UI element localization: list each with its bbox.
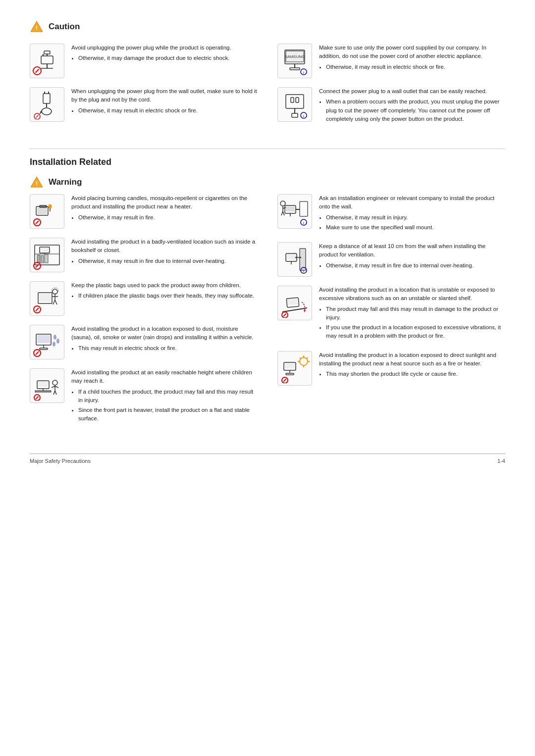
footer-left: Major Safety Precautions — [30, 458, 91, 464]
svg-rect-22 — [290, 68, 300, 70]
svg-rect-49 — [45, 254, 48, 263]
svg-marker-107 — [304, 310, 306, 312]
svg-text:i: i — [303, 70, 304, 75]
svg-text:i: i — [303, 221, 304, 225]
svg-line-91 — [281, 211, 283, 215]
svg-line-61 — [36, 308, 39, 311]
warning-text-4: Avoid installing the product in a locati… — [71, 325, 258, 354]
warning-text-r2: Keep a distance of at least 10 cm from t… — [319, 242, 505, 271]
svg-line-109 — [284, 314, 286, 316]
warning-icon: ! — [30, 175, 44, 189]
svg-line-18 — [36, 115, 39, 118]
warning-item-r4: Avoid installing the product in a locati… — [277, 351, 505, 386]
caution-icon-1 — [30, 44, 64, 78]
svg-point-75 — [53, 380, 57, 385]
warning-header: ! Warning — [30, 175, 505, 189]
svg-point-68 — [53, 342, 55, 347]
svg-line-77 — [52, 386, 55, 388]
caution-icon-4: i — [277, 87, 312, 122]
caution-section: ! Caution — [30, 20, 505, 134]
warning-right-col: i Ask an installation engineer or releva… — [277, 194, 505, 434]
footer-right: 1-4 — [497, 458, 505, 464]
warning-item-1: Avoid placing burning candles, mosquito-… — [30, 194, 258, 229]
warning-icon-4 — [30, 325, 64, 359]
caution-right-col: SAMSUNG i Make sure to use only the powe… — [277, 44, 505, 134]
warning-icon-3 — [30, 281, 64, 316]
caution-left-col: Avoid unplugging the power plug while th… — [30, 44, 258, 134]
svg-line-104 — [282, 308, 307, 312]
warning-item-5: Avoid installing the product at an easil… — [30, 368, 258, 425]
svg-point-14 — [42, 108, 52, 115]
svg-line-79 — [54, 391, 55, 395]
warning-icon-r4 — [277, 351, 312, 386]
svg-rect-2 — [41, 56, 53, 64]
warning-text-1: Avoid placing burning candles, mosquito-… — [71, 194, 258, 223]
svg-point-67 — [56, 339, 59, 344]
svg-text:!: ! — [36, 24, 38, 32]
svg-rect-53 — [39, 294, 51, 302]
svg-text:SAMSUNG: SAMSUNG — [285, 54, 305, 59]
warning-text-5: Avoid installing the product at an easil… — [71, 368, 258, 425]
caution-item-4: i Connect the power plug to a wall outle… — [277, 87, 505, 125]
svg-rect-28 — [296, 98, 299, 102]
svg-text:!: ! — [36, 180, 38, 187]
svg-point-114 — [300, 357, 308, 365]
warning-icon-1 — [30, 194, 64, 229]
svg-line-92 — [283, 211, 284, 215]
caution-columns: Avoid unplugging the power plug while th… — [30, 44, 505, 134]
svg-rect-10 — [43, 94, 50, 103]
page-footer: Major Safety Precautions 1-4 — [30, 454, 505, 464]
svg-rect-47 — [37, 255, 40, 263]
svg-line-58 — [55, 300, 57, 304]
svg-rect-113 — [286, 373, 294, 375]
svg-line-90 — [283, 207, 286, 208]
svg-rect-5 — [44, 51, 50, 54]
warning-item-2: Avoid installing the product in a badly-… — [30, 238, 258, 272]
svg-rect-36 — [37, 207, 47, 214]
svg-line-119 — [300, 357, 301, 358]
warning-icon-2 — [30, 238, 64, 272]
warning-item-4: Avoid installing the product in a locati… — [30, 325, 258, 359]
svg-rect-106 — [288, 299, 298, 305]
section-divider — [30, 149, 505, 149]
svg-rect-85 — [286, 206, 295, 211]
warning-item-r1: i Ask an installation engineer or releva… — [277, 194, 505, 233]
warning-item-r2: i Keep a distance of at least 10 cm from… — [277, 242, 505, 277]
svg-rect-65 — [40, 348, 48, 350]
warning-columns: Avoid placing burning candles, mosquito-… — [30, 194, 505, 434]
caution-header: ! Caution — [30, 20, 505, 34]
warning-icon-r2: i — [277, 242, 312, 277]
svg-rect-74 — [35, 391, 51, 392]
warning-text-r1: Ask an installation engineer or relevant… — [319, 194, 505, 233]
warning-item-3: Keep the plastic bags used to pack the p… — [30, 281, 258, 316]
svg-rect-48 — [41, 255, 44, 263]
caution-icon-2 — [30, 87, 64, 122]
warning-icon-5 — [30, 368, 64, 403]
svg-rect-97 — [287, 254, 296, 259]
svg-text:i: i — [303, 114, 304, 118]
warning-item-r3: Avoid installing the product in a locati… — [277, 286, 505, 342]
warning-text-r4: Avoid installing the product in a locati… — [319, 351, 505, 380]
svg-rect-83 — [300, 202, 308, 216]
installation-title: Installation Related — [30, 157, 505, 167]
svg-line-80 — [55, 391, 56, 395]
warning-text-r3: Avoid installing the product in a locati… — [319, 286, 505, 342]
svg-line-9 — [36, 69, 39, 73]
svg-line-122 — [284, 379, 286, 381]
warning-left-col: Avoid placing burning candles, mosquito-… — [30, 194, 258, 434]
caution-icon-3: SAMSUNG i — [277, 44, 312, 78]
svg-rect-72 — [38, 382, 48, 387]
caution-text-2: When unplugging the power plug from the … — [71, 87, 258, 116]
warning-text-3: Keep the plastic bags used to pack the p… — [71, 281, 258, 302]
warning-icon-r1: i — [277, 194, 312, 229]
page-content: ! Caution — [30, 20, 505, 464]
svg-rect-27 — [291, 98, 294, 102]
svg-line-41 — [36, 221, 39, 224]
svg-rect-95 — [300, 249, 306, 270]
caution-item-2: When unplugging the power plug from the … — [30, 87, 258, 122]
caution-text-4: Connect the power plug to a wall outlet … — [319, 87, 505, 125]
caution-item-3: SAMSUNG i Make sure to use only the powe… — [277, 44, 505, 78]
svg-point-39 — [49, 204, 52, 208]
svg-point-88 — [280, 201, 285, 206]
caution-text-3: Make sure to use only the power cord sup… — [319, 44, 505, 73]
